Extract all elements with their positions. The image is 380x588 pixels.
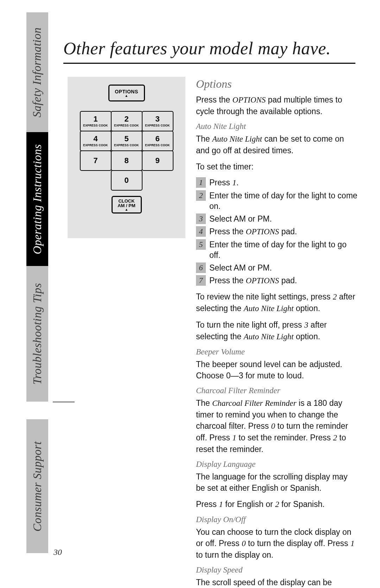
tab-safety-information: Safety Information: [26, 12, 48, 132]
language-press: Press 1 for English or 2 for Spanish.: [196, 499, 358, 510]
page-title: Other features your model may have.: [63, 38, 331, 58]
step-5: 5Enter the time of day for the light to …: [196, 239, 358, 260]
clock-label-1: CLOCK: [118, 199, 134, 203]
beeper-body: The beeper sound level can be adjusted. …: [196, 359, 358, 381]
clock-pad-icon: CLOCK AM / PM ▲: [112, 196, 142, 213]
step-7: 7Press the OPTIONS pad.: [196, 275, 358, 286]
auto-nite-review: To review the nite light settings, press…: [196, 291, 358, 314]
key-6: 6EXPRESS COOK: [142, 131, 173, 151]
content-column: Options Press the OPTIONS pad multiple t…: [196, 78, 358, 588]
subheading-display-speed: Display Speed: [196, 565, 358, 575]
key-4: 4EXPRESS COOK: [80, 131, 112, 151]
step-1: 1Press 1.: [196, 177, 358, 188]
step-badge: 2: [196, 190, 206, 201]
step-4: 4Press the OPTIONS pad.: [196, 226, 358, 237]
manual-page: Safety Information Operating Instruction…: [0, 0, 380, 588]
step-badge: 4: [196, 226, 206, 237]
step-badge: 3: [196, 213, 206, 224]
subheading-beeper-volume: Beeper Volume: [196, 347, 358, 357]
auto-nite-off: To turn the nite light off, press 3 afte…: [196, 319, 358, 342]
step-2: 2Enter the time of day for the light to …: [196, 190, 358, 211]
side-tabs: Safety Information Operating Instruction…: [26, 12, 48, 555]
up-arrow-icon: ▲: [125, 94, 128, 97]
clock-label-2: AM / PM: [118, 203, 135, 208]
key-8: 8: [111, 150, 142, 171]
tab-consumer-support: Consumer Support: [26, 419, 48, 553]
key-0: 0: [111, 170, 142, 191]
key-9: 9: [142, 150, 173, 171]
options-intro: Press the OPTIONS pad multiple times to …: [196, 94, 358, 117]
step-badge: 7: [196, 275, 206, 286]
step-3: 3Select AM or PM.: [196, 213, 358, 224]
display-onoff-body: You can choose to turn the clock display…: [196, 526, 358, 561]
page-number: 30: [53, 547, 62, 557]
title-rule: [63, 63, 355, 64]
options-pad-icon: OPTIONS ▲: [108, 85, 145, 101]
tab-label: Consumer Support: [31, 441, 44, 531]
key-1: 1EXPRESS COOK: [80, 111, 112, 131]
key-5: 5EXPRESS COOK: [111, 131, 142, 151]
language-body: The language for the scrolling display m…: [196, 471, 358, 494]
tab-label: Troubleshooting Tips: [31, 283, 44, 384]
tab-operating-instructions: Operating Instructions: [26, 132, 48, 266]
auto-nite-desc: The Auto Nite Light can be set to come o…: [196, 133, 358, 156]
to-set-timer: To set the timer:: [196, 161, 358, 172]
step-6: 6Select AM or PM.: [196, 262, 358, 273]
step-badge: 6: [196, 262, 206, 273]
subheading-auto-nite-light: Auto Nite Light: [196, 122, 358, 131]
auto-nite-steps: 1Press 1. 2Enter the time of day for the…: [196, 177, 358, 286]
up-arrow-icon: ▲: [125, 208, 128, 211]
number-pad: 1EXPRESS COOK 2EXPRESS COOK 3EXPRESS COO…: [77, 111, 176, 190]
step-badge: 1: [196, 177, 206, 188]
section-heading-options: Options: [196, 78, 358, 91]
tab-label: Safety Information: [31, 27, 44, 117]
key-3: 3EXPRESS COOK: [142, 111, 173, 131]
tab-troubleshooting-tips: Troubleshooting Tips: [26, 266, 48, 402]
key-2: 2EXPRESS COOK: [111, 111, 142, 131]
tab-divider: [53, 402, 75, 402]
subheading-display-language: Display Language: [196, 460, 358, 469]
step-badge: 5: [196, 239, 206, 250]
display-speed-body1: The scroll speed of the display can be c…: [196, 577, 358, 588]
subheading-charcoal-filter: Charcoal Filter Reminder: [196, 386, 358, 395]
key-7: 7: [80, 150, 112, 171]
tab-label: Operating Instructions: [31, 144, 44, 254]
keypad-illustration: OPTIONS ▲ 1EXPRESS COOK 2EXPRESS COOK 3E…: [68, 77, 185, 238]
charcoal-body: The Charcoal Filter Reminder is a 180 da…: [196, 397, 358, 455]
subheading-display-onoff: Display On/Off: [196, 515, 358, 524]
